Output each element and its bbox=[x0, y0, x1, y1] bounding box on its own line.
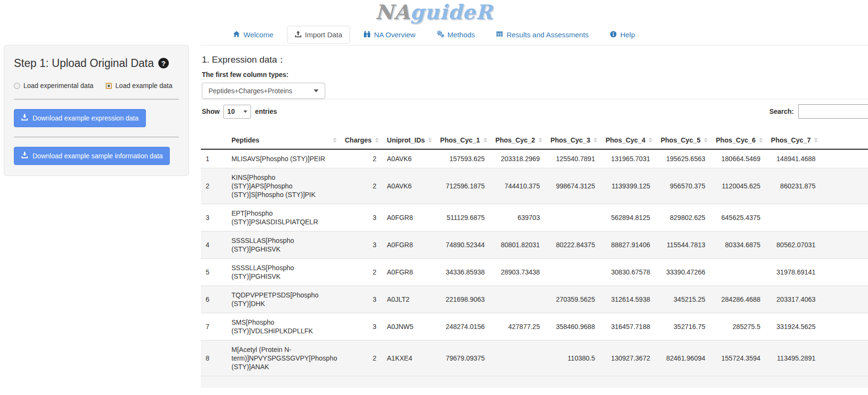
peptide-cell: EPT[Phospho (STY)]PSIASDISLPIATQELR bbox=[228, 204, 341, 231]
sort-icon bbox=[759, 138, 763, 143]
column-header-phos-cyc-2[interactable]: Phos_Cyc_2 bbox=[492, 132, 547, 149]
peptide-cell: TQDPVPPETPSDS[Phospho (STY)]DHK bbox=[228, 286, 341, 313]
table-icon bbox=[496, 31, 503, 39]
radio-load-experimental[interactable]: Load experimental data bbox=[14, 82, 93, 89]
sort-icon bbox=[648, 138, 652, 143]
column-header-phos-cyc-5[interactable]: Phos_Cyc_5 bbox=[657, 132, 712, 149]
tab-import-data[interactable]: Import Data bbox=[287, 26, 350, 44]
radio-label: Load example data bbox=[115, 82, 172, 89]
download-icon bbox=[21, 152, 28, 160]
phos-cyc-6-cell: 80334.6875 bbox=[712, 231, 767, 259]
upload-panel: Step 1: Upload Original Data ? Load expe… bbox=[4, 45, 189, 176]
sort-icon bbox=[428, 138, 432, 143]
phos-cyc-3-cell bbox=[547, 204, 602, 231]
phos-cyc-4-cell: 131965.7031 bbox=[602, 149, 657, 168]
column-header-uniprot-ids[interactable]: Uniprot_IDs bbox=[383, 132, 436, 149]
row-index: 3 bbox=[201, 204, 228, 231]
column-header-phos-cyc-1[interactable]: Phos_Cyc_1 bbox=[436, 132, 491, 149]
search-input[interactable] bbox=[798, 104, 868, 119]
panel-title-row: Step 1: Upload Original Data ? bbox=[14, 57, 179, 69]
phos-cyc-5-cell: 82461.96094 bbox=[657, 340, 712, 376]
download-sample-info-button[interactable]: Download example sample information data bbox=[14, 147, 170, 165]
peptide-cell: SSSSLLAS[Phospho (STY)]PGHISVK bbox=[228, 259, 341, 286]
column-types-select[interactable]: Peptides+Charges+Proteins bbox=[202, 83, 325, 99]
table-row: 5 SSSSLLAS[Phospho (STY)]PGHISVK 2 A0FGR… bbox=[201, 259, 868, 286]
question-icon[interactable]: ? bbox=[158, 58, 169, 68]
column-header-index bbox=[201, 132, 228, 149]
radio-load-example[interactable]: Load example data bbox=[106, 82, 172, 89]
column-types-label: The first few column types: bbox=[202, 71, 868, 78]
tab-label: Import Data bbox=[305, 31, 342, 38]
column-header-peptides[interactable]: Peptides bbox=[228, 132, 341, 149]
phos-cyc-2-cell: 28903.73438 bbox=[492, 259, 547, 286]
main-nav: Welcome Import Data NA Overview Methods … bbox=[0, 25, 868, 44]
phos-cyc-1-cell: 34336.85938 bbox=[436, 259, 491, 286]
column-header-phos-cyc-7[interactable]: Phos_Cyc_7 bbox=[767, 132, 822, 149]
column-header-phos-cyc-4[interactable]: Phos_Cyc_4 bbox=[602, 132, 657, 149]
chevron-down-icon bbox=[314, 89, 319, 92]
selected-option: Peptides+Charges+Proteins bbox=[209, 87, 292, 95]
phos-cyc-5-cell: 829802.625 bbox=[657, 204, 712, 231]
column-header-charges[interactable]: Charges bbox=[341, 132, 383, 149]
tab-help[interactable]: Help bbox=[602, 26, 643, 44]
page-length-control: Show 10 entries bbox=[202, 105, 277, 119]
peptide-cell: SSSSLLAS[Phospho (STY)]PGHISVK bbox=[228, 231, 341, 259]
table-row: 3 EPT[Phospho (STY)]PSIASDISLPIATQELR 3 … bbox=[201, 204, 868, 231]
phos-cyc-1-cell: 248274.0156 bbox=[436, 313, 491, 340]
row-index: 6 bbox=[201, 286, 228, 313]
phos-cyc-4-cell: 30830.67578 bbox=[602, 259, 657, 286]
spacer-cell bbox=[822, 168, 868, 204]
phos-cyc-2-cell bbox=[492, 286, 547, 313]
button-label: Download example expression data bbox=[33, 114, 139, 122]
clipped-row-container bbox=[201, 376, 868, 388]
tab-welcome[interactable]: Welcome bbox=[225, 26, 281, 44]
row-index: 8 bbox=[201, 340, 228, 376]
entries-select[interactable]: 10 bbox=[223, 105, 251, 119]
import-data-panel: 1. Expression data： The first few column… bbox=[201, 45, 868, 388]
phos-cyc-6-cell: 180664.5469 bbox=[712, 149, 767, 168]
charge-cell: 3 bbox=[341, 231, 383, 259]
peptide-cell: MLISAVS[Phospho (STY)]PEIR bbox=[228, 149, 341, 168]
tab-methods[interactable]: Methods bbox=[429, 25, 483, 44]
charge-cell: 2 bbox=[341, 168, 383, 204]
download-expression-button[interactable]: Download example expression data bbox=[14, 109, 146, 127]
tab-label: Welcome bbox=[243, 31, 273, 38]
column-header-phos-cyc-6[interactable]: Phos_Cyc_6 bbox=[712, 132, 767, 149]
phos-cyc-4-cell: 88827.91406 bbox=[602, 231, 657, 259]
phos-cyc-5-cell: 956570.375 bbox=[657, 168, 712, 204]
phos-cyc-4-cell: 562894.8125 bbox=[602, 204, 657, 231]
entries-value: 10 bbox=[227, 108, 235, 115]
phos-cyc-6-cell: 155724.3594 bbox=[712, 340, 767, 376]
tab-label: Methods bbox=[448, 31, 475, 38]
phos-cyc-3-cell bbox=[547, 259, 602, 286]
entries-label: entries bbox=[255, 108, 277, 115]
phos-cyc-3-cell: 358460.9688 bbox=[547, 313, 602, 340]
divider bbox=[201, 99, 868, 99]
table-row: 7 SMS[Phospho (STY)]VDLSHIPLKDPLLFK 3 A0… bbox=[201, 313, 868, 340]
sort-icon bbox=[483, 138, 487, 143]
expression-data-title: 1. Expression data： bbox=[202, 54, 868, 66]
divider bbox=[14, 137, 179, 137]
phos-cyc-6-cell bbox=[712, 259, 767, 286]
uniprot-cell: A0AVK6 bbox=[383, 149, 436, 168]
table-row: 2 KINS[Phospho (STY)]APS[Phospho (STY)]S… bbox=[201, 168, 868, 204]
column-header-spacer bbox=[822, 132, 868, 149]
phos-cyc-1-cell: 157593.625 bbox=[436, 149, 491, 168]
spacer-cell bbox=[822, 149, 868, 168]
phos-cyc-3-cell: 270359.5625 bbox=[547, 286, 602, 313]
phos-cyc-6-cell: 645625.4375 bbox=[712, 204, 767, 231]
sort-icon bbox=[704, 138, 708, 143]
uniprot-cell: A0FGR8 bbox=[383, 259, 436, 286]
uniprot-cell: A0FGR8 bbox=[383, 204, 436, 231]
tab-label: Help bbox=[620, 31, 635, 38]
button-label: Download example sample information data bbox=[33, 152, 163, 160]
tab-results-assessments[interactable]: Results and Assessments bbox=[488, 26, 596, 44]
phos-cyc-7-cell bbox=[767, 204, 822, 231]
spacer-cell bbox=[822, 204, 868, 231]
gears-icon bbox=[437, 30, 444, 39]
uniprot-cell: A0JLT2 bbox=[383, 286, 436, 313]
phos-cyc-2-cell: 744410.375 bbox=[492, 168, 547, 204]
column-header-phos-cyc-3[interactable]: Phos_Cyc_3 bbox=[547, 132, 602, 149]
tab-na-overview[interactable]: NA Overview bbox=[356, 26, 423, 44]
datatable-controls: Show 10 entries Search: bbox=[201, 104, 868, 119]
